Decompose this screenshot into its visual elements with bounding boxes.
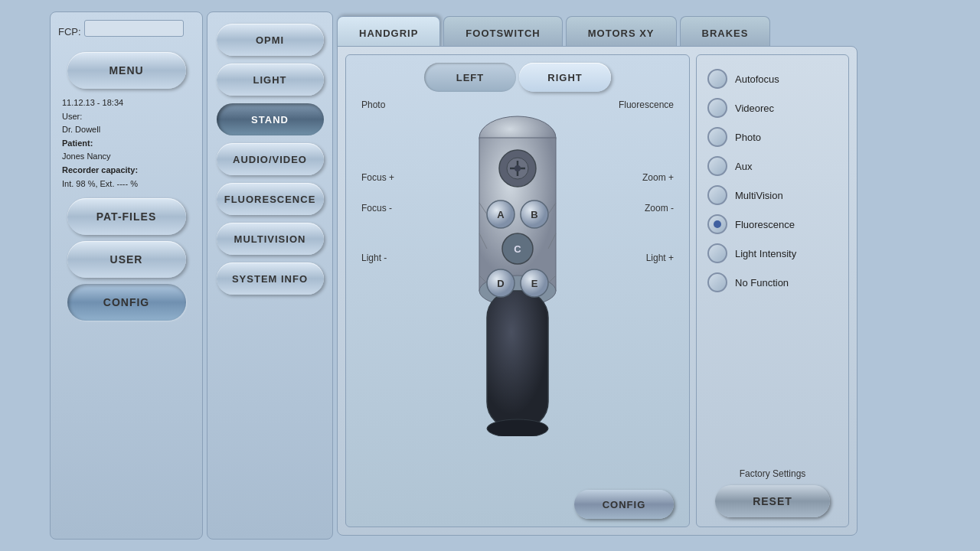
radio-circle-no-function xyxy=(707,272,727,292)
radio-label-multivision: MultiVision xyxy=(735,190,783,201)
svg-text:E: E xyxy=(531,278,538,289)
light-plus-label: Light + xyxy=(646,253,674,263)
zoom-minus-label: Zoom - xyxy=(645,203,674,214)
handgrip-panel: LEFT RIGHT Photo Fluorescence Focus + Zo… xyxy=(345,54,690,527)
radio-circle-videorec xyxy=(707,98,727,118)
mid-panel: OPMI LIGHT STAND AUDIO/VIDEO FLUORESCENC… xyxy=(207,11,333,540)
main-content: LEFT RIGHT Photo Fluorescence Focus + Zo… xyxy=(337,46,858,536)
factory-section: Factory Settings RESET xyxy=(704,468,841,517)
menu-button[interactable]: MENU xyxy=(67,52,186,89)
right-button[interactable]: RIGHT xyxy=(519,63,611,92)
patient-label: Patient: xyxy=(62,139,93,148)
user-label: User: xyxy=(62,112,82,121)
recorder-value: Int. 98 %, Ext. ---- % xyxy=(62,178,191,191)
tab-motors-xy[interactable]: MOTORS XY xyxy=(566,16,677,50)
fcp-label: FCP: xyxy=(58,26,81,37)
radio-no-function[interactable]: No Function xyxy=(704,268,841,297)
radio-circle-aux xyxy=(707,156,727,176)
opmi-button[interactable]: OPMI xyxy=(217,24,324,56)
radio-circle-multivision xyxy=(707,185,727,205)
radio-label-autofocus: Autofocus xyxy=(735,73,779,85)
svg-text:C: C xyxy=(514,243,521,255)
radio-videorec[interactable]: Videorec xyxy=(704,93,841,122)
radio-label-no-function: No Function xyxy=(735,277,789,289)
radio-label-aux: Aux xyxy=(735,161,752,172)
radio-circle-autofocus xyxy=(707,69,727,89)
multivision-button[interactable]: MULTIVISION xyxy=(217,223,324,255)
radio-multivision[interactable]: MultiVision xyxy=(704,181,841,210)
radio-circle-fluorescence xyxy=(707,214,727,234)
patient-value: Jones Nancy xyxy=(62,150,191,164)
radio-label-videorec: Videorec xyxy=(735,103,774,114)
factory-label: Factory Settings xyxy=(704,468,841,479)
tab-brakes[interactable]: BRAKES xyxy=(680,16,771,50)
radio-circle-light-intensity xyxy=(707,243,727,263)
tab-handgrip[interactable]: HANDGRIP xyxy=(337,16,440,50)
reset-button[interactable]: RESET xyxy=(715,485,830,517)
grip-top-labels: Photo Fluorescence xyxy=(354,99,681,110)
radio-label-fluorescence: Fluorescence xyxy=(735,219,795,230)
audio-video-button[interactable]: AUDIO/VIDEO xyxy=(217,143,324,175)
tab-bar: HANDGRIP FOOTSWITCH MOTORS XY BRAKES xyxy=(337,11,858,50)
photo-label: Photo xyxy=(361,99,385,110)
svg-text:D: D xyxy=(497,278,504,289)
fcp-input[interactable] xyxy=(84,20,184,37)
sidebar: FCP: MENU 11.12.13 - 18:34 User: Dr. Dow… xyxy=(50,11,203,540)
svg-text:A: A xyxy=(497,209,505,220)
focus-minus-label: Focus - xyxy=(361,203,392,214)
radio-fluorescence[interactable]: Fluorescence xyxy=(704,210,841,239)
radio-light-intensity[interactable]: Light Intensity xyxy=(704,239,841,268)
handgrip-svg: A B C D E xyxy=(464,115,571,436)
recorder-label: Recorder capacity: xyxy=(62,165,138,174)
system-info-button[interactable]: SYSTEM INFO xyxy=(217,262,324,295)
svg-point-4 xyxy=(487,419,548,436)
fluorescence-label: Fluorescence xyxy=(619,99,674,110)
radio-label-photo: Photo xyxy=(735,132,761,143)
datetime: 11.12.13 - 18:34 xyxy=(62,96,191,110)
zoom-plus-label: Zoom + xyxy=(642,172,674,183)
radio-label-light-intensity: Light Intensity xyxy=(735,248,796,259)
radio-autofocus[interactable]: Autofocus xyxy=(704,64,841,93)
light-minus-label: Light - xyxy=(361,253,387,263)
user-value: Dr. Dowell xyxy=(62,123,191,137)
pat-files-button[interactable]: PAT-FILES xyxy=(67,198,186,235)
config-bottom-button[interactable]: CONFIG xyxy=(574,490,674,519)
radio-aux[interactable]: Aux xyxy=(704,152,841,181)
focus-plus-label: Focus + xyxy=(361,172,394,183)
radio-photo[interactable]: Photo xyxy=(704,122,841,152)
lr-toggle: LEFT RIGHT xyxy=(354,63,681,92)
fluorescence-button[interactable]: FLUORESCENCE xyxy=(217,183,324,215)
svg-point-9 xyxy=(514,165,521,171)
radio-circle-photo xyxy=(707,127,727,147)
tab-footswitch[interactable]: FOOTSWITCH xyxy=(443,16,562,50)
light-button[interactable]: LIGHT xyxy=(217,64,324,96)
function-panel: Autofocus Videorec Photo Aux MultiVision… xyxy=(696,54,849,527)
left-button[interactable]: LEFT xyxy=(424,63,516,92)
config-button[interactable]: CONFIG xyxy=(67,284,186,321)
stand-button[interactable]: STAND xyxy=(217,103,324,135)
handgrip-area: Photo Fluorescence Focus + Zoom + Focus … xyxy=(354,99,681,452)
svg-text:B: B xyxy=(531,209,537,220)
info-box: 11.12.13 - 18:34 User: Dr. Dowell Patien… xyxy=(62,96,191,191)
user-button[interactable]: USER xyxy=(67,241,186,278)
svg-rect-3 xyxy=(487,291,548,429)
